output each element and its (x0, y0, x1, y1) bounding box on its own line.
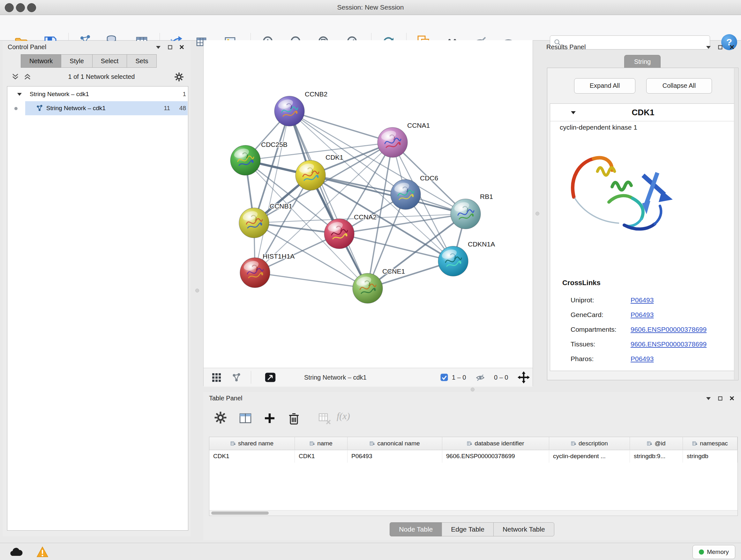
splitter-grip[interactable] (536, 212, 539, 215)
tab-style[interactable]: Style (61, 54, 92, 68)
crosslink-label: Uniprot: (570, 293, 594, 307)
expand-all-icon[interactable] (23, 73, 31, 80)
crosslink-row-tissues: Tissues:9606.ENSP00000378699 (570, 337, 730, 352)
tree-child-label: String Network – cdk1 (46, 101, 106, 115)
network-tree-row-selected[interactable]: String Network – cdk1 11 48 (7, 101, 188, 115)
show-columns-button[interactable] (239, 411, 253, 425)
tree-root-label: String Network – cdk1 (30, 87, 89, 101)
network-node-CCNE1[interactable] (353, 273, 383, 303)
cloud-icon[interactable] (9, 547, 23, 557)
network-node-CCNA1[interactable] (378, 127, 408, 158)
table-cell[interactable]: CDK1 (209, 450, 295, 462)
table-cell[interactable]: stringdb:9... (630, 450, 683, 462)
expand-all-button[interactable]: Expand All (574, 78, 635, 94)
close-panel-icon[interactable] (179, 45, 184, 50)
table-settings-button[interactable] (214, 411, 228, 425)
control-panel-tabs: NetworkStyleSelectSets (21, 54, 157, 68)
window-titlebar: Session: New Session (0, 0, 741, 15)
crosslink-value-link[interactable]: P06493 (630, 352, 654, 366)
network-canvas-container: CCNB2CCNA1CDC25BCDK1CDC6RB1CCNB1CCNA2CDK… (203, 40, 533, 386)
collapse-panel-icon[interactable] (706, 396, 711, 400)
tab-select[interactable]: Select (92, 54, 127, 68)
column-header-name[interactable]: name (295, 437, 347, 450)
tab-edge-table[interactable]: Edge Table (442, 522, 494, 537)
network-list-icon[interactable] (232, 373, 241, 382)
column-header-namespac[interactable]: namespac (683, 437, 738, 450)
splitter-grip[interactable] (195, 289, 199, 293)
crosslink-row-pharos: Pharos:P06493 (570, 352, 730, 366)
collapse-all-icon[interactable] (11, 73, 19, 80)
network-node-CCNB2[interactable] (274, 96, 305, 126)
network-node-RB1[interactable] (451, 199, 481, 229)
tab-sets[interactable]: Sets (127, 54, 157, 68)
collapse-panel-icon[interactable] (156, 45, 161, 49)
table-horizontal-scrollbar[interactable] (209, 510, 738, 516)
hidden-eye-icon[interactable] (475, 373, 485, 382)
selected-checkbox-icon[interactable] (441, 374, 448, 381)
close-panel-icon[interactable] (730, 45, 734, 50)
tab-network[interactable]: Network (21, 54, 61, 68)
network-node-CCNB1[interactable] (239, 208, 269, 238)
collapse-all-button[interactable]: Collapse All (646, 78, 712, 94)
table-cell[interactable]: cyclin-dependent ... (549, 450, 630, 462)
table-panel-title: Table Panel (209, 395, 243, 402)
network-edge (289, 111, 393, 142)
float-panel-icon[interactable] (168, 45, 172, 50)
float-panel-icon[interactable] (718, 396, 723, 401)
crosslink-row-genecard: GeneCard:P06493 (570, 307, 730, 322)
network-canvas[interactable]: CCNB2CCNA1CDC25BCDK1CDC6RB1CCNB1CCNA2CDK… (204, 40, 533, 368)
grid-view-icon[interactable] (212, 373, 221, 382)
collapse-panel-icon[interactable] (706, 45, 711, 49)
add-column-button[interactable] (263, 411, 277, 425)
clear-table-button[interactable] (318, 411, 332, 425)
crosslink-value-link[interactable]: P06493 (630, 307, 654, 322)
network-node-CDC6[interactable] (391, 179, 421, 209)
tree-expander-icon[interactable] (17, 92, 22, 96)
status-bar: Memory (0, 543, 741, 560)
splitter-grip[interactable] (471, 388, 475, 391)
column-header-id[interactable]: @id (630, 437, 683, 450)
column-header-description[interactable]: description (549, 437, 630, 450)
table-cell[interactable]: 9606.ENSP00000378699 (442, 450, 549, 462)
gear-icon[interactable] (174, 72, 184, 82)
network-icon (36, 105, 43, 112)
crosslink-value-link[interactable]: 9606.ENSP00000378699 (630, 322, 706, 337)
close-panel-icon[interactable] (730, 396, 734, 401)
gene-section-header[interactable]: CDK1 (550, 104, 736, 121)
scrollbar-thumb[interactable] (211, 511, 269, 515)
pan-tool-icon[interactable] (518, 371, 530, 383)
main-toolbar: ? (0, 15, 741, 41)
network-node-CDC25B[interactable] (230, 145, 260, 175)
column-header-shared-name[interactable]: shared name (209, 437, 295, 450)
memory-button[interactable]: Memory (692, 545, 735, 559)
crosslink-row-uniprot: Uniprot:P06493 (570, 293, 730, 307)
tab-node-table[interactable]: Node Table (390, 522, 442, 537)
function-builder-button[interactable]: f(x) (337, 411, 362, 425)
network-node-HIST1H1A[interactable] (240, 258, 270, 288)
table-cell[interactable]: stringdb (683, 450, 738, 462)
crosslink-label: Pharos: (570, 352, 594, 366)
network-node-CDK1[interactable] (295, 160, 326, 190)
network-node-CDKN1A[interactable] (438, 246, 468, 276)
birdseye-toggle-icon[interactable] (265, 372, 276, 383)
network-tree-root-row[interactable]: String Network – cdk1 1 (7, 87, 188, 101)
trash-icon (287, 411, 301, 425)
table-row[interactable]: CDK1CDK1P064939606.ENSP00000378699cyclin… (209, 450, 738, 462)
column-header-canonical-name[interactable]: canonical name (347, 437, 442, 450)
tab-network-table[interactable]: Network Table (493, 522, 554, 537)
table-cell[interactable]: P06493 (347, 450, 442, 462)
control-panel: Control Panel NetworkStyleSelectSets 1 o… (3, 41, 191, 537)
selected-count: 1 – 0 (452, 368, 466, 387)
delete-column-button[interactable] (287, 411, 301, 425)
network-selection-status: 1 of 1 Network selected (38, 70, 165, 84)
crosslink-value-link[interactable]: 9606.ENSP00000378699 (630, 337, 706, 352)
float-panel-icon[interactable] (718, 45, 723, 50)
crosslink-value-link[interactable]: P06493 (630, 293, 654, 307)
table-cell[interactable]: CDK1 (295, 450, 347, 462)
column-header-database-identifier[interactable]: database identifier (442, 437, 549, 450)
tab-string[interactable]: String (624, 55, 661, 68)
network-node-CCNA2[interactable] (324, 219, 354, 249)
results-scrollbar[interactable] (734, 68, 738, 380)
node-table: shared namenamecanonical namedatabase id… (209, 437, 738, 516)
warning-icon[interactable] (37, 546, 49, 558)
